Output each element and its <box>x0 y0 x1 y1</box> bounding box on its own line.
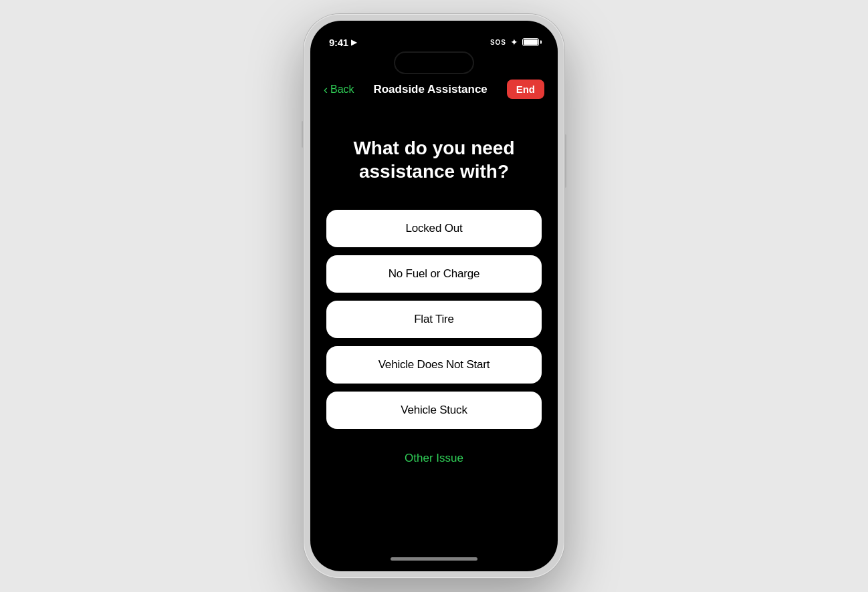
phone-frame: 9:41 ▶ SOS ✦ ‹ Back Roadside Assistance … <box>304 14 564 578</box>
sos-label: SOS <box>490 39 506 46</box>
question-heading: What do you need assistance with? <box>326 136 542 183</box>
end-button[interactable]: End <box>507 80 544 99</box>
back-chevron-icon: ‹ <box>324 84 328 96</box>
back-label: Back <box>330 84 354 96</box>
option-flat-tire[interactable]: Flat Tire <box>326 301 542 338</box>
dynamic-island <box>394 51 474 74</box>
phone-screen: 9:41 ▶ SOS ✦ ‹ Back Roadside Assistance … <box>310 21 558 571</box>
nav-title: Roadside Assistance <box>373 83 487 96</box>
battery-icon <box>522 38 539 46</box>
back-button[interactable]: ‹ Back <box>324 84 354 96</box>
options-list: Locked Out No Fuel or Charge Flat Tire V… <box>326 210 542 429</box>
other-issue-button[interactable]: Other Issue <box>326 445 542 472</box>
option-locked-out[interactable]: Locked Out <box>326 210 542 247</box>
option-vehicle-no-start[interactable]: Vehicle Does Not Start <box>326 346 542 384</box>
home-bar <box>391 557 477 561</box>
time-display: 9:41 <box>329 37 348 48</box>
main-content: What do you need assistance with? Locked… <box>310 104 558 552</box>
location-arrow-icon: ▶ <box>351 38 356 47</box>
option-no-fuel[interactable]: No Fuel or Charge <box>326 255 542 293</box>
status-time: 9:41 ▶ <box>329 37 356 48</box>
status-right-icons: SOS ✦ <box>490 37 539 47</box>
home-indicator <box>310 552 558 571</box>
battery-fill <box>524 39 538 45</box>
option-vehicle-stuck[interactable]: Vehicle Stuck <box>326 392 542 429</box>
satellite-icon: ✦ <box>510 37 518 47</box>
nav-bar: ‹ Back Roadside Assistance End <box>310 74 558 104</box>
status-bar: 9:41 ▶ SOS ✦ <box>310 21 558 54</box>
